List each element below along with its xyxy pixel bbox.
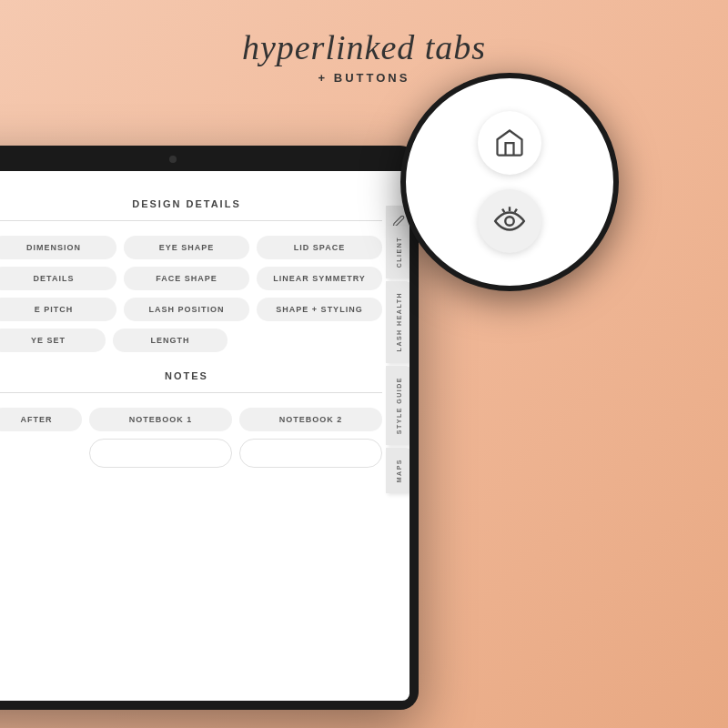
header-title: hyperlinked tabs [0,27,728,67]
side-tab-style-guide[interactable]: STYLE GUIDE [386,366,410,445]
side-tabs-container: CLIENT LASH HEALTH STYLE GUIDE MAPS [386,226,410,646]
pill-dimension[interactable]: DIMENSION [0,236,116,259]
side-tab-style-guide-label: STYLE GUIDE [396,377,402,434]
screen-content: DESIGN DETAILS DIMENSION EYE SHAPE LID S… [0,171,410,701]
eye-button[interactable] [478,189,541,253]
divider-2 [0,392,382,393]
pill-notebook2[interactable]: NOTEBOOK 2 [239,408,382,431]
home-icon [493,126,526,159]
home-button[interactable] [478,111,541,175]
pill-eye-set[interactable]: YE SET [0,329,106,352]
pill-pitch[interactable]: E PITCH [0,298,116,321]
pill-empty-2[interactable] [239,439,382,468]
pill-lash-position[interactable]: LASH POSITION [124,298,249,321]
header-subtitle: + BUTTONS [0,71,728,85]
pill-lid-space[interactable]: LID SPACE [257,236,382,259]
pill-notebook1[interactable]: NOTEBOOK 1 [89,408,232,431]
pill-length[interactable]: LENGTH [113,329,228,352]
pill-empty-1[interactable] [89,439,232,468]
pill-row-3: E PITCH LASH POSITION SHAPE + STYLING [0,298,382,321]
pill-row-4: YE SET LENGTH [0,329,228,352]
pill-details[interactable]: DETAILS [0,267,116,290]
eye-icon [492,204,527,238]
pill-face-shape[interactable]: FACE SHAPE [124,267,249,290]
tablet-device: DESIGN DETAILS DIMENSION EYE SHAPE LID S… [0,146,419,710]
side-tab-maps-label: MAPS [396,459,402,482]
magnifier-content [460,93,560,271]
notes-section: NOTES AFTER NOTEBOOK 1 NOTEBOOK 2 [0,370,382,468]
design-details-title: DESIGN DETAILS [0,198,382,209]
notes-title: NOTES [0,370,382,381]
svg-line-2 [502,209,504,213]
divider-1 [0,220,382,221]
side-tab-client-label: CLIENT [396,237,402,268]
notes-row-1: AFTER NOTEBOOK 1 NOTEBOOK 2 [0,408,382,431]
pill-row-2: DETAILS FACE SHAPE LINEAR SYMMETRY [0,267,382,290]
notes-row-2 [0,439,382,468]
svg-line-1 [515,209,517,213]
header-area: hyperlinked tabs + BUTTONS [0,27,728,85]
pill-shape-styling[interactable]: SHAPE + STYLING [257,298,382,321]
side-tab-lash-health[interactable]: LASH HEALTH [386,281,410,362]
pill-eye-shape[interactable]: EYE SHAPE [124,236,249,259]
pill-after[interactable]: AFTER [0,408,82,431]
side-tab-lash-health-label: LASH HEALTH [396,292,402,351]
pill-row-1: DIMENSION EYE SHAPE LID SPACE [0,236,382,259]
magnifier-circle [400,73,619,291]
svg-point-3 [505,217,514,226]
pill-linear-symmetry[interactable]: LINEAR SYMMETRY [257,267,382,290]
tablet-camera [169,156,177,163]
tablet-screen: DESIGN DETAILS DIMENSION EYE SHAPE LID S… [0,171,410,701]
side-tab-maps[interactable]: MAPS [386,448,410,493]
side-tab-client[interactable]: CLIENT [386,226,410,278]
